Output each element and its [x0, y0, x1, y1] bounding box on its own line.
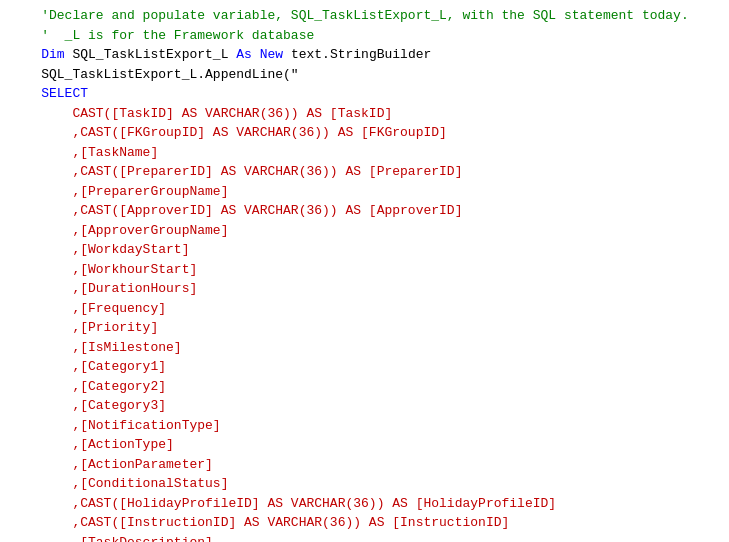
- code-line: ,CAST([InstructionID] AS VARCHAR(36)) AS…: [10, 513, 719, 533]
- code-token: ,CAST([PreparerID] AS VARCHAR(36)) AS [P…: [10, 164, 462, 179]
- code-token: ,[TaskDescription]: [10, 535, 213, 543]
- code-token: [10, 47, 41, 62]
- code-token: Dim: [41, 47, 64, 62]
- code-line: SQL_TaskListExport_L.AppendLine(": [10, 65, 719, 85]
- code-token: ,[IsMilestone]: [10, 340, 182, 355]
- code-line: ,CAST([FKGroupID] AS VARCHAR(36)) AS [FK…: [10, 123, 719, 143]
- code-token: ,[ActionType]: [10, 437, 174, 452]
- code-line: ,CAST([ApproverID] AS VARCHAR(36)) AS [A…: [10, 201, 719, 221]
- code-token: ,CAST([InstructionID] AS VARCHAR(36)) AS…: [10, 515, 509, 530]
- code-token: ,[PreparerGroupName]: [10, 184, 228, 199]
- code-line: ,CAST([PreparerID] AS VARCHAR(36)) AS [P…: [10, 162, 719, 182]
- code-line: ,[PreparerGroupName]: [10, 182, 719, 202]
- code-token: ,[DurationHours]: [10, 281, 197, 296]
- code-token: ,[Category1]: [10, 359, 166, 374]
- code-line: ,[IsMilestone]: [10, 338, 719, 358]
- code-line: ,[WorkhourStart]: [10, 260, 719, 280]
- code-token: CAST([TaskID] AS VARCHAR(36)) AS [TaskID…: [10, 106, 392, 121]
- code-token: ,[NotificationType]: [10, 418, 221, 433]
- code-line: ,[ActionType]: [10, 435, 719, 455]
- code-line: ,[TaskName]: [10, 143, 719, 163]
- code-line: ,[ConditionalStatus]: [10, 474, 719, 494]
- code-token: ' _L is for the Framework database: [10, 28, 314, 43]
- code-line: 'Declare and populate variable, SQL_Task…: [10, 6, 719, 26]
- code-line: ,[Category1]: [10, 357, 719, 377]
- code-line: ,[Category3]: [10, 396, 719, 416]
- code-token: ,[ApproverGroupName]: [10, 223, 228, 238]
- code-line: Dim SQL_TaskListExport_L As New text.Str…: [10, 45, 719, 65]
- code-token: SQL_TaskListExport_L: [65, 47, 237, 62]
- code-editor: 'Declare and populate variable, SQL_Task…: [0, 0, 729, 542]
- code-line: ,CAST([HolidayProfileID] AS VARCHAR(36))…: [10, 494, 719, 514]
- code-token: text.: [283, 47, 330, 62]
- code-token: SELECT: [41, 86, 88, 101]
- code-token: [10, 86, 41, 101]
- code-line: ,[TaskDescription]: [10, 533, 719, 543]
- code-token: ,[Category3]: [10, 398, 166, 413]
- code-line: ,[Category2]: [10, 377, 719, 397]
- code-token: New: [260, 47, 283, 62]
- code-line: ,[NotificationType]: [10, 416, 719, 436]
- code-token: ,[ActionParameter]: [10, 457, 213, 472]
- code-line: ,[DurationHours]: [10, 279, 719, 299]
- code-token: SQL_TaskListExport_L.AppendLine(": [10, 67, 299, 82]
- code-line: ,[ActionParameter]: [10, 455, 719, 475]
- code-line: ,[Frequency]: [10, 299, 719, 319]
- code-token: ,[WorkdayStart]: [10, 242, 189, 257]
- code-line: CAST([TaskID] AS VARCHAR(36)) AS [TaskID…: [10, 104, 719, 124]
- code-token: ,[TaskName]: [10, 145, 158, 160]
- code-token: ,[Category2]: [10, 379, 166, 394]
- code-line: ,[ApproverGroupName]: [10, 221, 719, 241]
- code-token: StringBuilder: [330, 47, 431, 62]
- code-token: ,[Priority]: [10, 320, 158, 335]
- code-token: As: [236, 47, 252, 62]
- code-token: ,[Frequency]: [10, 301, 166, 316]
- code-token: ,CAST([ApproverID] AS VARCHAR(36)) AS [A…: [10, 203, 462, 218]
- code-line: ,[Priority]: [10, 318, 719, 338]
- code-token: ,[WorkhourStart]: [10, 262, 197, 277]
- code-line: ,[WorkdayStart]: [10, 240, 719, 260]
- code-token: ,CAST([FKGroupID] AS VARCHAR(36)) AS [FK…: [10, 125, 447, 140]
- code-token: [252, 47, 260, 62]
- code-line: ' _L is for the Framework database: [10, 26, 719, 46]
- code-line: SELECT: [10, 84, 719, 104]
- code-token: ,[ConditionalStatus]: [10, 476, 228, 491]
- code-token: ,CAST([HolidayProfileID] AS VARCHAR(36))…: [10, 496, 556, 511]
- code-token: 'Declare and populate variable, SQL_Task…: [10, 8, 689, 23]
